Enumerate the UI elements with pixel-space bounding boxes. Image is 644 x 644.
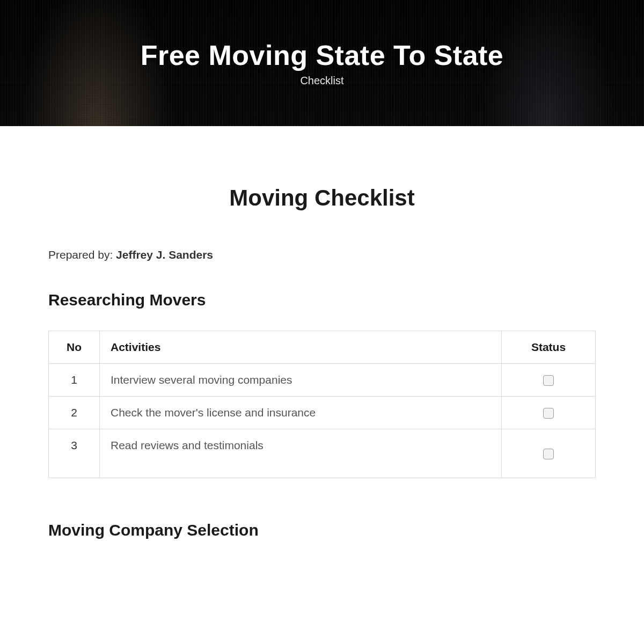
status-checkbox[interactable] — [543, 449, 554, 459]
table-row: 2 Check the mover's license and insuranc… — [49, 397, 596, 429]
document-content: Moving Checklist Prepared by: Jeffrey J.… — [0, 126, 644, 539]
cell-status — [502, 364, 596, 397]
section-heading-moving-company-selection: Moving Company Selection — [48, 521, 596, 539]
status-checkbox[interactable] — [543, 375, 554, 386]
hero-title: Free Moving State To State — [141, 39, 504, 71]
hero-subtitle: Checklist — [300, 75, 343, 87]
cell-no: 3 — [49, 429, 100, 478]
cell-activity: Check the mover's license and insurance — [100, 397, 502, 429]
cell-no: 1 — [49, 364, 100, 397]
cell-status — [502, 429, 596, 478]
column-header-activities: Activities — [100, 331, 502, 364]
cell-activity: Read reviews and testimonials — [100, 429, 502, 478]
prepared-by-name: Jeffrey J. Sanders — [116, 248, 213, 261]
table-header-row: No Activities Status — [49, 331, 596, 364]
checklist-table: No Activities Status 1 Interview several… — [48, 331, 596, 478]
prepared-by-label: Prepared by: — [48, 248, 116, 261]
section-heading-researching-movers: Researching Movers — [48, 291, 596, 309]
cell-status — [502, 397, 596, 429]
cell-activity: Interview several moving companies — [100, 364, 502, 397]
table-row: 3 Read reviews and testimonials — [49, 429, 596, 478]
cell-no: 2 — [49, 397, 100, 429]
document-title: Moving Checklist — [48, 185, 596, 211]
prepared-by: Prepared by: Jeffrey J. Sanders — [48, 248, 596, 261]
hero-banner: Free Moving State To State Checklist — [0, 0, 644, 126]
table-row: 1 Interview several moving companies — [49, 364, 596, 397]
status-checkbox[interactable] — [543, 408, 554, 419]
column-header-status: Status — [502, 331, 596, 364]
column-header-no: No — [49, 331, 100, 364]
